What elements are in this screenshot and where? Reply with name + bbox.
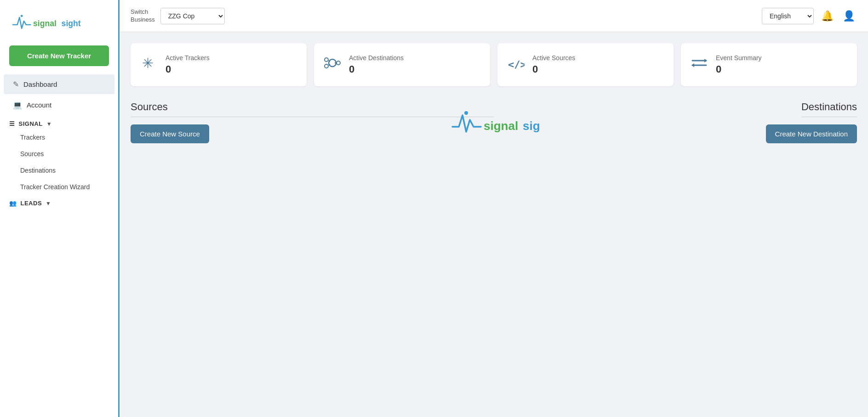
events-info: Event Summary 0 — [716, 54, 762, 75]
svg-point-6 — [325, 64, 328, 68]
events-stat-label: Event Summary — [716, 54, 762, 62]
sidebar-nav: ✎ Dashboard 💻 Account ☰ SIGNAL ▼ Tracker… — [0, 73, 118, 208]
svg-text:✳: ✳ — [142, 56, 154, 71]
stat-card-trackers: ✳ Active Trackers 0 — [131, 43, 307, 86]
logo-container: signal sight — [0, 0, 118, 42]
stat-card-destinations: Active Destinations 0 — [314, 43, 490, 86]
two-col-section: Sources Create New Source signal sight D… — [131, 101, 857, 143]
sidebar-item-dashboard[interactable]: ✎ Dashboard — [4, 74, 114, 94]
trackers-value: 0 — [166, 63, 210, 75]
header-right: English Spanish French 🔔 👤 — [762, 8, 857, 24]
header-left: Switch Business ZZG Cop — [131, 8, 225, 24]
leads-section-label: LEADS — [21, 200, 42, 207]
sidebar: signal sight Create New Tracker ✎ Dashbo… — [0, 0, 120, 417]
signal-section-label: SIGNAL — [19, 120, 43, 127]
stats-row: ✳ Active Trackers 0 — [131, 43, 857, 86]
svg-text:signal: signal — [33, 19, 57, 28]
events-icon — [690, 54, 708, 75]
destinations-info: Active Destinations 0 — [349, 54, 404, 75]
destinations-section-title: Destinations — [801, 101, 857, 117]
create-destination-button[interactable]: Create New Destination — [766, 124, 857, 143]
leads-chevron-icon: ▼ — [46, 200, 51, 207]
sidebar-item-account[interactable]: 💻 Account — [4, 95, 114, 115]
dashboard-icon: ✎ — [13, 80, 19, 89]
svg-text:sight: sight — [62, 19, 81, 28]
svg-text:</>: </> — [508, 59, 525, 70]
business-switcher[interactable]: ZZG Cop — [160, 8, 225, 24]
sources-stat-label: Active Sources — [532, 54, 575, 62]
stat-card-sources: </> Active Sources 0 — [497, 43, 674, 86]
svg-marker-15 — [691, 63, 694, 67]
sources-panel: Sources Create New Source — [131, 101, 494, 143]
sources-stat-value: 0 — [532, 63, 575, 75]
create-tracker-button[interactable]: Create New Tracker — [9, 45, 109, 66]
sources-icon: </> — [507, 54, 525, 75]
signal-chevron-icon: ▼ — [46, 121, 52, 127]
user-profile-button[interactable]: 👤 — [841, 8, 857, 24]
leads-section-header[interactable]: 👥 LEADS ▼ — [0, 195, 118, 208]
svg-point-0 — [21, 15, 23, 17]
sidebar-item-label-account: Account — [27, 101, 51, 109]
user-icon: 👤 — [843, 10, 855, 22]
svg-marker-13 — [704, 59, 707, 62]
svg-point-7 — [337, 61, 340, 65]
trackers-label: Active Trackers — [166, 54, 210, 62]
brand-logo: signal sight — [9, 9, 83, 34]
signal-section-header[interactable]: ☰ SIGNAL ▼ — [0, 116, 118, 129]
leads-section-icon: 👥 — [9, 200, 17, 207]
switch-business-label: Switch Business — [131, 8, 155, 24]
sidebar-item-label-dashboard: Dashboard — [23, 80, 57, 88]
sources-info: Active Sources 0 — [532, 54, 575, 75]
sidebar-item-trackers[interactable]: Trackers — [0, 129, 118, 146]
trackers-icon: ✳ — [140, 54, 158, 75]
sources-section-title: Sources — [131, 101, 494, 117]
account-icon: 💻 — [13, 101, 22, 109]
top-header: Switch Business ZZG Cop English Spanish … — [120, 0, 868, 32]
notifications-button[interactable]: 🔔 — [819, 8, 835, 24]
sidebar-item-tracker-wizard[interactable]: Tracker Creation Wizard — [0, 179, 118, 195]
destinations-stat-value: 0 — [349, 63, 404, 75]
sidebar-item-sources[interactable]: Sources — [0, 146, 118, 162]
svg-point-5 — [325, 58, 328, 62]
events-stat-value: 0 — [716, 63, 762, 75]
destinations-panel: Destinations Create New Destination — [494, 101, 857, 143]
stat-card-events: Event Summary 0 — [681, 43, 857, 86]
main-content: Switch Business ZZG Cop English Spanish … — [120, 0, 868, 417]
create-source-button[interactable]: Create New Source — [131, 124, 209, 143]
bell-icon: 🔔 — [821, 10, 834, 22]
destinations-stat-label: Active Destinations — [349, 54, 404, 62]
page-content: ✳ Active Trackers 0 — [120, 32, 868, 417]
destinations-icon — [323, 54, 342, 75]
signal-section-icon: ☰ — [9, 120, 15, 127]
language-selector[interactable]: English Spanish French — [762, 8, 814, 24]
sidebar-item-destinations[interactable]: Destinations — [0, 162, 118, 179]
trackers-info: Active Trackers 0 — [166, 54, 210, 75]
